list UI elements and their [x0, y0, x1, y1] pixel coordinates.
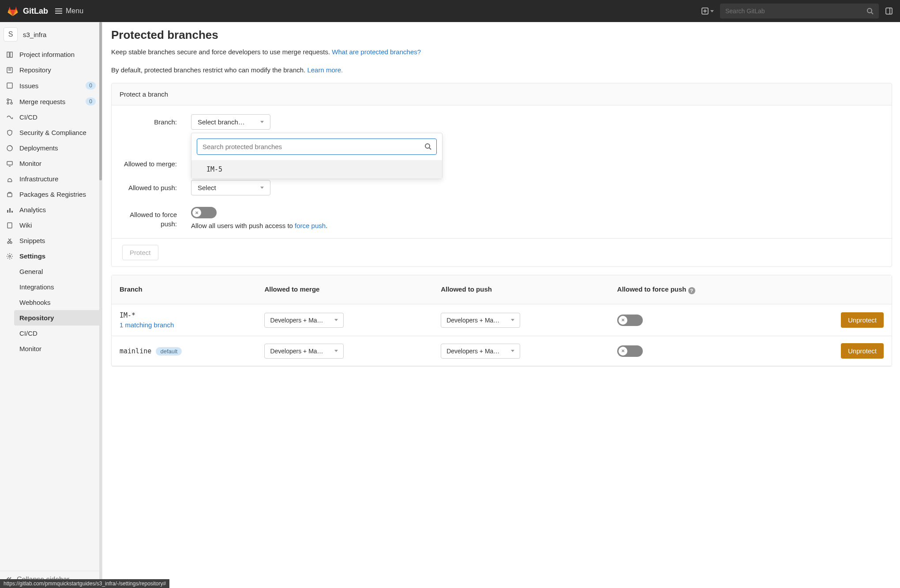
menu-label: Menu — [66, 7, 83, 15]
branch-row: Branch: Select branch… IM-5 — [120, 114, 884, 130]
global-search[interactable] — [720, 4, 879, 19]
sidebar-item-cicd[interactable]: CI/CD — [2, 109, 100, 125]
row-force-toggle[interactable]: ✕ — [617, 315, 643, 326]
search-input[interactable] — [725, 7, 866, 15]
chevron-down-icon — [710, 10, 714, 12]
help-icon[interactable]: ? — [688, 287, 695, 294]
sidebar-item-merge-requests[interactable]: Merge requests 0 — [2, 94, 100, 109]
sidebar-item-infrastructure[interactable]: Infrastructure — [2, 171, 100, 187]
svg-rect-17 — [9, 208, 11, 213]
page-desc-2: By default, protected branches restrict … — [111, 65, 892, 75]
svg-rect-2 — [55, 13, 62, 14]
menu-toggle[interactable]: Menu — [55, 7, 83, 15]
branch-search-input[interactable] — [197, 139, 437, 155]
sidebar-item-monitor[interactable]: Monitor — [2, 156, 100, 171]
brand-text: GitLab — [23, 7, 48, 16]
sidebar-item-wiki[interactable]: Wiki — [2, 217, 100, 233]
nav-label: Monitor — [19, 160, 96, 167]
sidebar-item-packages[interactable]: Packages & Registries — [2, 187, 100, 202]
sidebar-item-project-info[interactable]: Project information — [2, 47, 100, 62]
nav-label: Deployments — [19, 144, 96, 152]
nav-label: Analytics — [19, 206, 96, 213]
branch-name: mainline — [120, 347, 151, 355]
protect-button[interactable]: Protect — [122, 245, 158, 260]
infrastructure-icon — [6, 176, 13, 183]
what-are-protected-link[interactable]: What are protected branches? — [332, 48, 421, 56]
push-select-button[interactable]: Select — [191, 180, 270, 195]
svg-rect-19 — [8, 223, 12, 228]
force-push-label: Allowed to force push: — [120, 207, 191, 228]
nav-label: Security & Compliance — [19, 129, 96, 136]
th-merge: Allowed to merge — [256, 275, 433, 304]
subnav-cicd[interactable]: CI/CD — [14, 326, 100, 341]
svg-rect-14 — [7, 161, 12, 165]
row-push-select[interactable]: Developers + Ma… — [441, 313, 520, 328]
sidebar-item-snippets[interactable]: Snippets — [2, 233, 100, 248]
brand[interactable]: GitLab — [7, 5, 48, 17]
chevron-down-icon — [334, 319, 338, 321]
th-branch: Branch — [112, 275, 256, 304]
sidebar-item-issues[interactable]: Issues 0 — [2, 78, 100, 94]
hamburger-icon — [55, 7, 62, 15]
subnav-integrations[interactable]: Integrations — [14, 279, 100, 295]
nav-label: Issues — [19, 82, 79, 90]
learn-more-link[interactable]: Learn more. — [307, 66, 343, 74]
chevron-down-icon — [334, 350, 338, 352]
gitlab-logo-icon — [7, 5, 19, 17]
page-desc-1: Keep stable branches secure and force de… — [111, 47, 892, 57]
shield-icon — [6, 129, 13, 136]
matching-branch-link[interactable]: 1 matching branch — [120, 321, 248, 329]
svg-point-12 — [11, 102, 12, 104]
monitor-icon — [6, 160, 13, 167]
th-force: Allowed to force push ? — [609, 275, 783, 304]
unprotect-button[interactable]: Unprotect — [841, 312, 884, 328]
th-push: Allowed to push — [433, 275, 609, 304]
subnav-repository[interactable]: Repository — [14, 310, 100, 326]
nav-label: Infrastructure — [19, 175, 96, 183]
table-row: IM-* 1 matching branch Developers + Ma… … — [112, 304, 892, 336]
subnav-monitor[interactable]: Monitor — [14, 341, 100, 356]
sidebar-item-repository[interactable]: Repository — [2, 62, 100, 78]
branch-select-button[interactable]: Select branch… — [191, 114, 270, 130]
scrollbar-thumb[interactable] — [99, 22, 102, 180]
subnav-general[interactable]: General — [14, 264, 100, 279]
svg-rect-16 — [7, 210, 8, 213]
row-push-select[interactable]: Developers + Ma… — [441, 344, 520, 359]
protected-branches-table: Branch Allowed to merge Allowed to push … — [111, 275, 892, 367]
sidebar-item-analytics[interactable]: Analytics — [2, 202, 100, 217]
new-dropdown[interactable] — [701, 7, 714, 15]
force-push-link[interactable]: force push — [295, 222, 326, 229]
header-right — [701, 4, 893, 19]
row-merge-select[interactable]: Developers + Ma… — [264, 313, 344, 328]
page-title: Protected branches — [111, 28, 892, 42]
nav-label: Snippets — [19, 237, 96, 244]
row-merge-select[interactable]: Developers + Ma… — [264, 344, 344, 359]
settings-subnav: General Integrations Webhooks Repository… — [0, 264, 102, 356]
nav-label: Wiki — [19, 221, 96, 229]
deployments-icon — [6, 145, 13, 152]
chevron-down-icon — [260, 121, 264, 123]
row-force-toggle[interactable]: ✕ — [617, 345, 643, 357]
table-row: mainline default Developers + Ma… Develo… — [112, 336, 892, 366]
force-push-row: Allowed to force push: ✕ Allow all users… — [120, 207, 884, 229]
packages-icon — [6, 191, 13, 198]
svg-point-20 — [8, 242, 9, 243]
gear-icon — [6, 253, 13, 260]
svg-point-11 — [7, 102, 9, 104]
branch-option[interactable]: IM-5 — [191, 160, 442, 179]
unprotect-button[interactable]: Unprotect — [841, 343, 884, 359]
subnav-webhooks[interactable]: Webhooks — [14, 295, 100, 310]
info-icon — [6, 51, 13, 58]
sidebar-item-settings[interactable]: Settings — [2, 248, 100, 264]
toggle-knob: ✕ — [619, 347, 627, 356]
force-push-toggle[interactable]: ✕ — [191, 207, 217, 218]
sidebar-toggle-icon[interactable] — [885, 7, 893, 15]
sidebar-item-security[interactable]: Security & Compliance — [2, 125, 100, 140]
project-header[interactable]: S s3_infra — [0, 22, 102, 47]
badge: 0 — [86, 82, 96, 90]
sidebar-item-deployments[interactable]: Deployments — [2, 140, 100, 156]
protect-panel: Protect a branch Branch: Select branch… — [111, 83, 892, 267]
svg-rect-18 — [11, 211, 13, 213]
svg-rect-6 — [7, 52, 9, 57]
search-icon — [424, 143, 431, 150]
